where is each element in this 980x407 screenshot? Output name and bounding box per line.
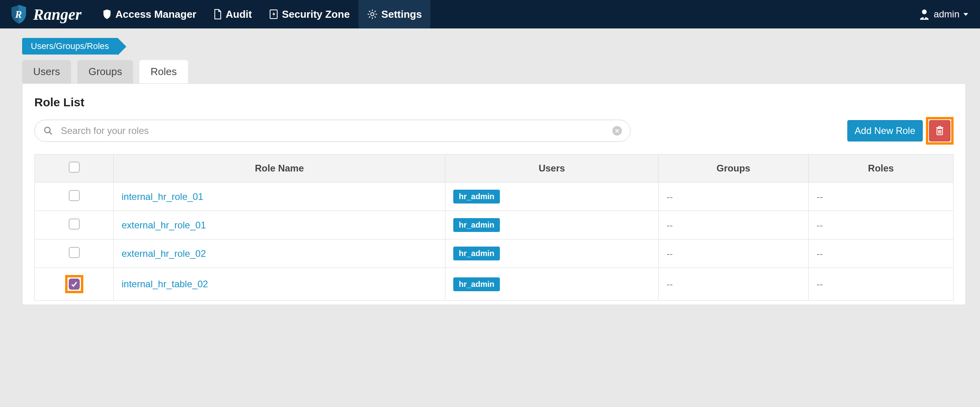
tab-roles[interactable]: Roles [139,60,188,83]
row-check-cell [35,211,114,239]
nav-item-label: Access Manager [115,8,196,21]
row-check-cell [35,183,114,211]
select-all-checkbox[interactable] [69,162,80,173]
header-roles: Roles [809,155,954,183]
svg-rect-12 [924,15,925,19]
button-label: Add New Role [855,125,915,136]
groups-value: -- [666,220,673,230]
tab-label: Groups [88,66,122,77]
user-name: admin [934,9,959,20]
cell-roles: -- [809,239,954,268]
top-navbar: R Ranger Access Manager Audit Security Z… [0,0,980,28]
header-groups: Groups [659,155,809,183]
cell-groups: -- [659,211,809,239]
nav-item-access-manager[interactable]: Access Manager [94,0,205,28]
table-row: internal_hr_table_02hr_admin---- [35,268,954,301]
search-icon [44,126,53,135]
header-users: Users [445,155,659,183]
delete-button-highlight [926,117,954,145]
add-new-role-button[interactable]: Add New Role [847,120,923,141]
clear-search-icon[interactable] [612,126,622,136]
cell-groups: -- [659,268,809,301]
header-role-name: Role Name [114,155,445,183]
svg-line-7 [369,11,370,12]
cell-roles: -- [809,183,954,211]
user-menu[interactable]: admin [915,0,972,28]
file-icon [214,9,222,19]
table-row: external_hr_role_02hr_admin---- [35,239,954,268]
row-checkbox[interactable] [69,247,80,258]
role-link[interactable]: internal_hr_role_01 [122,191,203,202]
table-row: external_hr_role_01hr_admin---- [35,211,954,239]
caret-down-icon [963,13,968,16]
nav-item-settings[interactable]: Settings [359,0,431,28]
breadcrumb-label: Users/Groups/Roles [31,41,109,51]
row-check-cell [35,268,114,301]
tab-label: Users [33,66,60,77]
tab-users[interactable]: Users [22,60,71,83]
groups-value: -- [666,248,673,259]
svg-line-9 [374,11,375,12]
nav-items: Access Manager Audit Security Zone Setti… [94,0,430,28]
delete-button[interactable] [929,120,950,141]
row-checkbox[interactable] [69,279,80,290]
user-tag[interactable]: hr_admin [453,218,500,232]
svg-line-10 [369,17,370,18]
panel-role-list: Role List Add New Role [22,83,966,305]
tabs: Users Groups Roles [22,60,967,83]
row-checkbox[interactable] [69,219,80,230]
user-tag[interactable]: hr_admin [453,247,500,260]
cell-role-name: internal_hr_role_01 [114,183,445,211]
trash-icon [935,126,944,136]
roles-value: -- [817,248,823,259]
svg-point-2 [371,13,374,16]
nav-item-label: Settings [381,8,422,21]
role-link[interactable]: external_hr_role_01 [122,220,206,230]
role-link[interactable]: internal_hr_table_02 [122,279,208,289]
groups-value: -- [666,191,673,202]
user-tag[interactable]: hr_admin [453,190,500,204]
cell-users: hr_admin [445,268,659,301]
cell-users: hr_admin [445,239,659,268]
cell-roles: -- [809,211,954,239]
groups-value: -- [666,279,673,289]
bolt-icon [269,9,278,19]
row-checkbox[interactable] [69,190,80,201]
row-checkbox-highlight [65,275,83,293]
header-select-all [35,155,114,183]
nav-item-audit[interactable]: Audit [205,0,260,28]
svg-text:R: R [15,9,22,20]
shield-icon [103,9,111,19]
cell-users: hr_admin [445,183,659,211]
cell-role-name: external_hr_role_01 [114,211,445,239]
user-icon [919,8,930,20]
panel-title: Role List [34,96,954,109]
roles-value: -- [817,279,823,289]
roles-value: -- [817,191,823,202]
cell-users: hr_admin [445,211,659,239]
role-link[interactable]: external_hr_role_02 [122,248,206,259]
brand-shield-icon: R [9,4,28,24]
nav-item-label: Audit [225,8,252,21]
svg-point-11 [922,9,927,14]
breadcrumb[interactable]: Users/Groups/Roles [22,38,118,55]
cell-role-name: internal_hr_table_02 [114,268,445,301]
tab-label: Roles [150,66,176,77]
user-tag[interactable]: hr_admin [453,277,500,291]
svg-line-14 [49,132,52,134]
role-table: Role Name Users Groups Roles internal_hr… [34,154,954,301]
table-row: internal_hr_role_01hr_admin---- [35,183,954,211]
cell-groups: -- [659,183,809,211]
gear-icon [367,9,377,19]
cell-role-name: external_hr_role_02 [114,239,445,268]
tab-groups[interactable]: Groups [77,60,133,83]
roles-value: -- [817,220,823,230]
row-check-cell [35,239,114,268]
search-box [34,120,631,142]
brand[interactable]: R Ranger [9,0,94,28]
table-header-row: Role Name Users Groups Roles [35,155,954,183]
cell-roles: -- [809,268,954,301]
svg-line-8 [374,17,375,18]
nav-item-security-zone[interactable]: Security Zone [261,0,359,28]
search-input[interactable] [34,120,631,142]
